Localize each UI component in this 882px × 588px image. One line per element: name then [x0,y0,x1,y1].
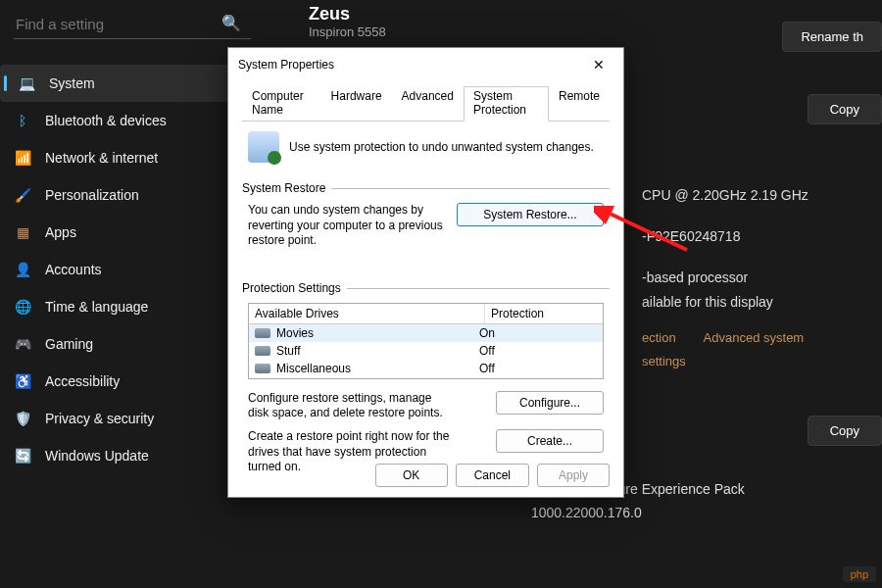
watermark: php [843,566,876,582]
nav-icon: 📶 [14,149,31,167]
nav-label: Apps [45,224,76,240]
drive-icon [255,328,270,338]
spec-device-id-tail: -F92E60248718 [642,225,740,249]
search-row: 🔍 [0,0,265,55]
drive-row[interactable]: MoviesOn [249,324,603,342]
nav-label: Gaming [45,336,93,352]
dialog-intro-text: Use system protection to undo unwanted s… [289,140,594,154]
device-name: Zeus [309,4,853,24]
copy-button-1[interactable]: Copy [808,94,882,124]
search-input[interactable] [14,10,251,39]
drives-col-protection: Protection [485,304,603,323]
nav-icon: 👤 [14,261,31,278]
copy-button-2[interactable]: Copy [808,416,882,446]
tab-advanced[interactable]: Advanced [392,86,464,122]
settings-sidebar: 🔍 💻SystemᛒBluetooth & devices📶Network & … [0,0,265,588]
spec-pen-tail: ailable for this display [642,291,773,315]
sidebar-item-apps[interactable]: ▦Apps [0,214,265,251]
link-system-protection[interactable]: ection [642,330,676,345]
tab-system-protection[interactable]: System Protection [464,86,549,122]
related-links: ection Advanced system settings [642,326,853,373]
sidebar-item-network-internet[interactable]: 📶Network & internet [0,139,265,176]
nav-label: Bluetooth & devices [45,113,167,128]
sidebar-item-accounts[interactable]: 👤Accounts [0,251,265,288]
dialog-tabs: Computer NameHardwareAdvancedSystem Prot… [242,85,610,122]
sidebar-item-personalization[interactable]: 🖌️Personalization [0,176,265,214]
device-model: Inspiron 5558 [309,24,853,39]
tab-remote[interactable]: Remote [549,86,610,122]
nav-label: Privacy & security [45,411,154,426]
system-properties-dialog: System Properties ✕ Computer NameHardwar… [227,47,624,498]
configure-button[interactable]: Configure... [496,391,604,415]
system-restore-text: You can undo system changes by reverting… [248,203,449,249]
sidebar-item-bluetooth-devices[interactable]: ᛒBluetooth & devices [0,102,265,139]
configure-text: Configure restore settings, manage disk … [248,391,454,421]
drive-name: Stuff [276,344,300,358]
close-icon[interactable]: ✕ [584,54,613,75]
system-restore-legend: System Restore [242,181,331,195]
sidebar-item-gaming[interactable]: 🎮Gaming [0,325,265,363]
apply-button[interactable]: Apply [537,464,610,487]
drive-status: Off [479,362,597,375]
nav-icon: 🖌️ [14,186,31,204]
nav-label: Accounts [45,262,102,277]
nav-label: Network & internet [45,150,158,166]
create-button[interactable]: Create... [496,429,604,453]
tab-computer-name[interactable]: Computer Name [242,86,321,122]
nav-icon: 🔄 [14,447,31,465]
search-icon[interactable]: 🔍 [221,14,241,32]
nav-label: Windows Update [45,448,149,464]
dialog-title: System Properties [238,58,334,72]
system-restore-button[interactable]: System Restore... [457,203,604,226]
drives-list[interactable]: Available Drives Protection MoviesOnStuf… [248,303,604,379]
nav-icon: ♿ [14,372,31,390]
nav-icon: 🛡️ [14,410,31,427]
protection-settings-legend: Protection Settings [242,281,347,295]
drive-name: Movies [276,326,314,340]
sidebar-item-system[interactable]: 💻System [0,65,265,102]
spec-systype-tail: -based processor [642,267,748,290]
sidebar-item-accessibility[interactable]: ♿Accessibility [0,363,265,400]
nav-label: Time & language [45,299,148,315]
cancel-button[interactable]: Cancel [456,464,529,487]
drive-icon [255,346,270,356]
protection-settings-frame: Protection Settings Available Drives Pro… [242,288,610,493]
nav-label: Accessibility [45,373,120,389]
drive-status: Off [479,344,597,358]
nav-label: Personalization [45,187,139,203]
drive-row[interactable]: StuffOff [249,342,603,360]
sidebar-item-privacy-security[interactable]: 🛡️Privacy & security [0,400,265,437]
drive-name: Miscellaneous [276,362,351,375]
nav-icon: ᛒ [14,112,31,129]
ok-button[interactable]: OK [375,464,448,487]
nav-icon: 💻 [18,74,35,92]
nav-label: System [49,75,95,91]
drive-status: On [479,326,597,340]
rename-pc-button[interactable]: Rename th [782,22,882,52]
system-protection-icon [248,131,279,163]
system-restore-frame: System Restore You can undo system chang… [242,188,610,267]
drive-icon [255,364,270,373]
tab-hardware[interactable]: Hardware [321,86,392,122]
sidebar-nav: 💻SystemᛒBluetooth & devices📶Network & in… [0,65,265,474]
dialog-titlebar: System Properties ✕ [228,48,623,81]
nav-icon: 🌐 [14,298,31,316]
nav-icon: ▦ [14,223,31,241]
drive-row[interactable]: MiscellaneousOff [249,360,603,377]
sidebar-item-time-language[interactable]: 🌐Time & language [0,288,265,325]
spec-cpu-tail: CPU @ 2.20GHz 2.19 GHz [642,184,808,208]
sidebar-item-windows-update[interactable]: 🔄Windows Update [0,437,265,474]
nav-icon: 🎮 [14,335,31,353]
drives-col-available: Available Drives [249,304,485,323]
